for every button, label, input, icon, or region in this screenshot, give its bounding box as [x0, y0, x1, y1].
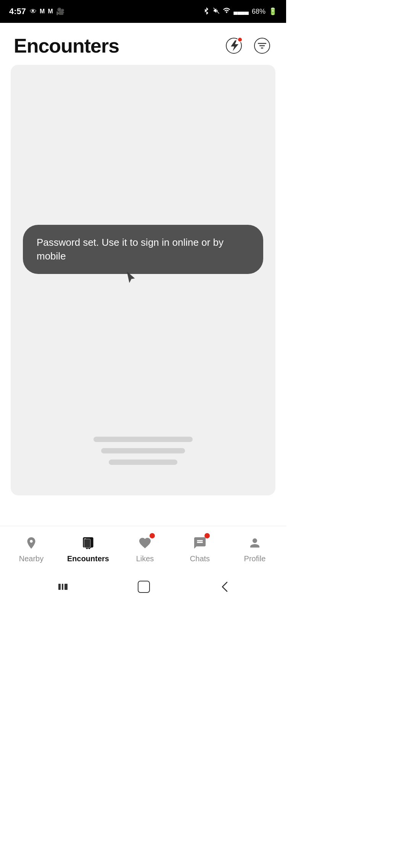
wifi-icon: [223, 8, 230, 16]
battery-icon: 🔋: [269, 7, 277, 16]
svg-rect-9: [62, 584, 63, 590]
nearby-label: Nearby: [19, 554, 43, 563]
encounters-label: Encounters: [67, 554, 109, 563]
bottom-navigation: Nearby Encounters Likes Chats: [0, 526, 286, 572]
status-bar-right: ▄▄▄▄ 68% 🔋: [203, 7, 277, 16]
battery-text: 68%: [252, 8, 266, 16]
nav-item-chats[interactable]: Chats: [181, 531, 219, 567]
placeholder-bar-3: [109, 460, 177, 465]
nav-item-profile[interactable]: Profile: [236, 531, 274, 567]
nav-item-encounters[interactable]: Encounters: [67, 531, 109, 567]
likes-label: Likes: [136, 554, 154, 563]
nearby-icon: [23, 535, 40, 551]
status-time: 4:57: [9, 6, 26, 16]
gmail-alt-icon: M: [48, 8, 53, 15]
svg-rect-10: [64, 584, 68, 590]
profile-icon: [246, 535, 263, 551]
chats-badge: [204, 533, 210, 538]
gmail-icon: M: [40, 8, 45, 15]
toast-text: Password set. Use it to sign in online o…: [37, 237, 224, 262]
bluetooth-icon: [203, 7, 210, 16]
system-navigation: [0, 572, 286, 602]
placeholder-bar-1: [93, 437, 193, 442]
profile-label: Profile: [244, 554, 266, 563]
loading-placeholders: [90, 437, 196, 465]
chats-label: Chats: [190, 554, 210, 563]
chats-icon: [192, 535, 208, 551]
status-bar: 4:57 👁 M M 🎥 ▄▄▄▄ 68% 🔋: [0, 0, 286, 23]
toast-notification: Password set. Use it to sign in online o…: [23, 225, 263, 274]
system-menu-button[interactable]: [58, 582, 68, 591]
video-icon: 🎥: [56, 7, 64, 16]
status-icons: 👁 M M 🎥: [30, 7, 64, 16]
system-back-button[interactable]: [219, 581, 229, 593]
likes-badge: [150, 533, 155, 538]
nav-item-likes[interactable]: Likes: [126, 531, 164, 567]
nav-item-nearby[interactable]: Nearby: [12, 531, 50, 567]
page-header: Encounters: [0, 23, 286, 65]
lightning-button[interactable]: [224, 35, 244, 56]
mute-icon: [213, 7, 220, 16]
svg-rect-7: [84, 539, 90, 548]
svg-rect-11: [138, 581, 150, 593]
eye-icon: 👁: [30, 8, 37, 16]
lightning-notification-dot: [237, 37, 243, 42]
status-bar-left: 4:57 👁 M M 🎥: [9, 6, 64, 16]
system-home-button[interactable]: [137, 580, 150, 593]
filter-button[interactable]: [252, 35, 272, 56]
encounters-card: Password set. Use it to sign in online o…: [11, 65, 275, 495]
likes-icon: [137, 535, 153, 551]
placeholder-bar-2: [101, 448, 185, 453]
header-actions: [224, 35, 272, 56]
page-title: Encounters: [14, 34, 119, 57]
encounters-icon: [80, 535, 97, 551]
svg-rect-8: [58, 584, 61, 590]
signal-icon: ▄▄▄▄: [233, 8, 249, 14]
